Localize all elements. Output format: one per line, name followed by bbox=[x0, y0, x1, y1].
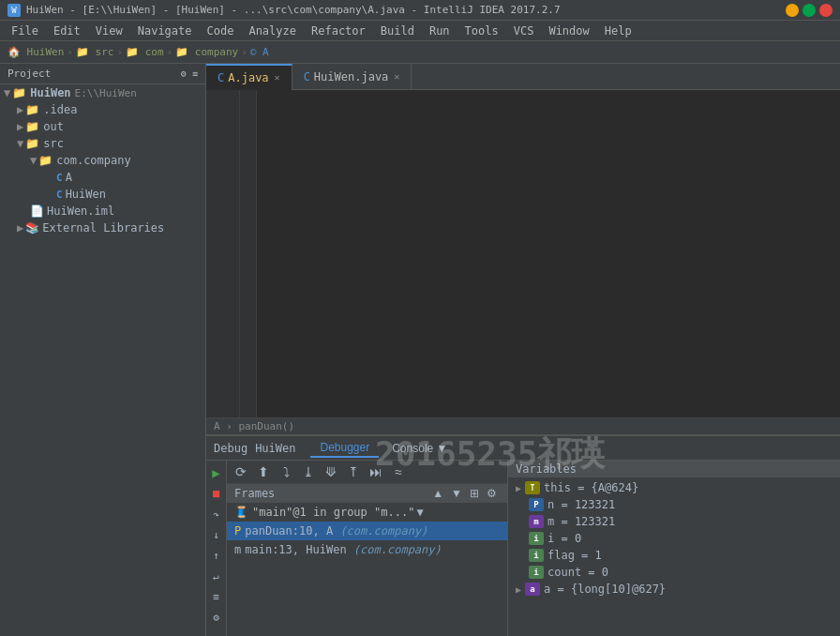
minimize-button[interactable] bbox=[786, 4, 799, 17]
close-tab-huiwen[interactable]: ✕ bbox=[394, 71, 399, 82]
step-into-dbg[interactable]: ⤓ bbox=[298, 462, 319, 481]
var-flag-label: flag = 1 bbox=[548, 549, 602, 562]
tree-item-iml[interactable]: 📄 HuiWen.iml bbox=[0, 203, 205, 220]
step-into-btn[interactable]: ↓ bbox=[208, 526, 225, 543]
tree-item-huiwen[interactable]: ▼ 📁 HuiWen E:\\HuiWen bbox=[0, 84, 205, 101]
tree-item-out[interactable]: ▶ 📁 out bbox=[0, 118, 205, 135]
breadcrumb-a[interactable]: © A bbox=[250, 46, 269, 58]
tree-label-src: src bbox=[43, 137, 64, 150]
close-tab-a[interactable]: ✕ bbox=[275, 72, 280, 83]
menu-item-tools[interactable]: Tools bbox=[458, 23, 506, 39]
frames-copy-btn[interactable]: ⊞ bbox=[467, 486, 482, 501]
var-i[interactable]: i i = 0 bbox=[508, 530, 840, 547]
evaluate-btn[interactable]: ≡ bbox=[208, 588, 225, 605]
count-icon: i bbox=[529, 566, 544, 579]
tree-item-company[interactable]: ▼ 📁 com.company bbox=[0, 152, 205, 169]
menu-item-code[interactable]: Code bbox=[200, 23, 242, 39]
expand-this[interactable]: ▶ bbox=[516, 483, 521, 493]
menu-item-run[interactable]: Run bbox=[422, 23, 458, 39]
var-flag[interactable]: i flag = 1 bbox=[508, 547, 840, 564]
var-n[interactable]: P n = 123321 bbox=[508, 496, 840, 513]
stop-button[interactable]: ■ bbox=[208, 485, 225, 502]
menu-item-analyze[interactable]: Analyze bbox=[241, 23, 304, 39]
java-icon-a: C bbox=[56, 172, 63, 184]
this-icon: T bbox=[525, 481, 540, 494]
frames-up-btn[interactable]: ▲ bbox=[429, 486, 446, 501]
maximize-button[interactable] bbox=[802, 4, 816, 17]
breadcrumb-huiwen[interactable]: 🏠 HuiWen bbox=[8, 46, 64, 58]
menu-item-build[interactable]: Build bbox=[373, 23, 422, 39]
breadcrumb-src[interactable]: 📁 src bbox=[76, 46, 114, 58]
tree-item-a[interactable]: C A bbox=[0, 169, 205, 186]
tree-item-idea[interactable]: ▶ 📁 .idea bbox=[0, 101, 205, 118]
sidebar-header: Project ⚙ ≡ bbox=[0, 64, 205, 84]
variables-panel: Variables ▶ T this = {A@624} P n = 12332… bbox=[508, 461, 840, 636]
sidebar-controls[interactable]: ⚙ ≡ bbox=[181, 68, 198, 79]
tab-label-huiwen: HuiWen.java bbox=[314, 70, 388, 83]
var-count-label: count = 0 bbox=[548, 566, 608, 579]
frame-main13[interactable]: m main:13, HuiWen (com.company) bbox=[227, 540, 507, 559]
evaluate-dbg[interactable]: ≈ bbox=[388, 462, 409, 481]
menu-item-edit[interactable]: Edit bbox=[46, 23, 88, 39]
debug-label: Debug bbox=[214, 442, 248, 455]
frames-panel: Frames ▲ ▼ ⊞ ⚙ 🧵 bbox=[227, 484, 508, 636]
run-cursor-dbg[interactable]: ⏭ bbox=[366, 462, 386, 481]
title-bar: W HuiWen - [E:\\HuiWen] - [HuiWen] - ...… bbox=[0, 0, 840, 21]
restore-layout-btn[interactable]: ⬆ bbox=[253, 462, 274, 481]
tab-a-java[interactable]: C A.java ✕ bbox=[206, 64, 292, 90]
menu-item-help[interactable]: Help bbox=[597, 23, 639, 39]
tree-item-src[interactable]: ▼ 📁 src bbox=[0, 135, 205, 152]
force-step-btn[interactable]: ⟱ bbox=[321, 462, 341, 481]
chevron-down-icon: ▼ bbox=[4, 86, 10, 99]
variables-header: Variables bbox=[508, 461, 840, 477]
window-title: HuiWen - [E:\\HuiWen] - [HuiWen] - ...\s… bbox=[26, 4, 786, 16]
var-a-label: a = {long[10]@627} bbox=[544, 583, 666, 596]
menu-item-window[interactable]: Window bbox=[541, 23, 596, 39]
var-m-label: m = 123321 bbox=[548, 515, 615, 528]
frame-main-thread[interactable]: 🧵 "main"@1 in group "m..." ▼ bbox=[227, 503, 507, 522]
var-a[interactable]: ▶ a a = {long[10]@627} bbox=[508, 581, 840, 598]
close-button[interactable] bbox=[819, 4, 832, 17]
expand-a[interactable]: ▶ bbox=[516, 584, 521, 595]
frames-down-btn[interactable]: ▼ bbox=[448, 486, 465, 501]
menu-item-vcs[interactable]: VCS bbox=[506, 23, 542, 39]
menu-item-refactor[interactable]: Refactor bbox=[304, 23, 373, 39]
tab-console[interactable]: Console ▼ bbox=[382, 440, 457, 457]
ext-libs-icon: 📚 bbox=[25, 221, 39, 235]
menu-item-file[interactable]: File bbox=[4, 23, 46, 39]
tree-item-huiwen-java[interactable]: C HuiWen bbox=[0, 186, 205, 203]
breadcrumb-com[interactable]: 📁 com bbox=[126, 46, 164, 58]
menu-item-view[interactable]: View bbox=[88, 23, 130, 39]
step-over-btn[interactable]: ↷ bbox=[208, 506, 225, 522]
tree-item-ext[interactable]: ▶ 📚 External Libraries bbox=[0, 220, 205, 236]
reset-btn[interactable]: ⟳ bbox=[231, 462, 251, 481]
tree-label-huiwen-java: HuiWen bbox=[66, 188, 106, 201]
tree-label-iml: HuiWen.iml bbox=[47, 204, 114, 218]
settings-btn[interactable]: ⚙ bbox=[208, 609, 225, 626]
var-m[interactable]: m m = 123321 bbox=[508, 513, 840, 530]
var-this[interactable]: ▶ T this = {A@624} bbox=[508, 479, 840, 496]
tab-huiwen-java[interactable]: C HuiWen.java ✕ bbox=[292, 64, 412, 90]
frame-thread-dropdown[interactable]: ▼ bbox=[416, 506, 423, 519]
debug-session-name: HuiWen bbox=[255, 442, 295, 455]
resume-button[interactable]: ▶ bbox=[208, 464, 225, 481]
menu-item-navigate[interactable]: Navigate bbox=[130, 23, 200, 39]
var-count[interactable]: i count = 0 bbox=[508, 564, 840, 581]
tree-label-a: A bbox=[66, 171, 72, 184]
step-out-btn[interactable]: ↑ bbox=[208, 547, 225, 564]
step-out-dbg[interactable]: ⤒ bbox=[343, 462, 364, 481]
debug-tabs-bar: Debug HuiWen Debugger Console ▼ bbox=[206, 436, 840, 461]
tab-debugger[interactable]: Debugger bbox=[310, 439, 379, 458]
folder-icon-out: 📁 bbox=[25, 120, 39, 133]
frames-settings-btn[interactable]: ⚙ bbox=[484, 486, 500, 501]
var-i-label: i = 0 bbox=[548, 532, 581, 545]
step-over-dbg[interactable]: ⤵ bbox=[276, 462, 296, 481]
run-to-cursor-btn[interactable]: ↵ bbox=[208, 568, 225, 584]
tree-label-company: com.company bbox=[56, 154, 130, 167]
breadcrumb-company[interactable]: 📁 company bbox=[175, 46, 238, 58]
breadcrumb: 🏠 HuiWen › 📁 src › 📁 com › 📁 company › ©… bbox=[0, 41, 840, 64]
frame-label-main: main:13, HuiWen (com.company) bbox=[245, 543, 442, 556]
code-editor[interactable] bbox=[206, 90, 840, 417]
code-content[interactable] bbox=[257, 90, 840, 417]
frame-panduan[interactable]: P panDuan:10, A (com.company) bbox=[227, 522, 507, 540]
